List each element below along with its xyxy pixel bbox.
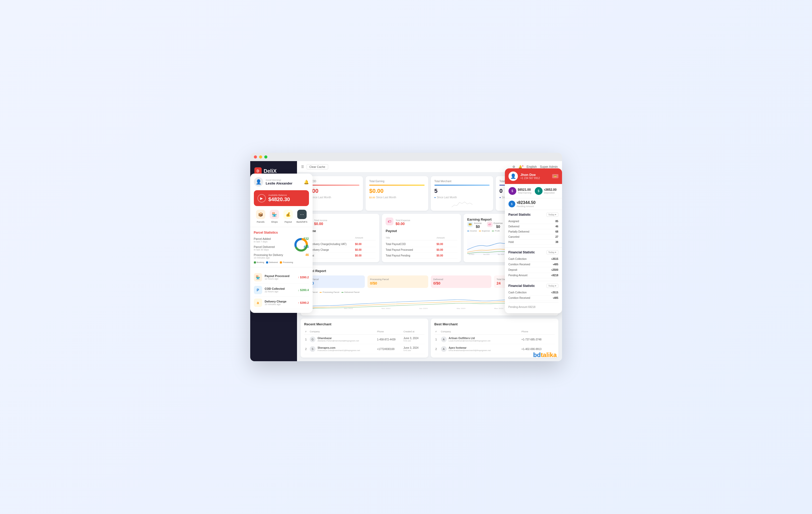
ps-label: Parcel Added: [254, 237, 271, 240]
svg-text:Nov 2023: Nov 2023: [498, 254, 504, 255]
total-expense-label: Total Expense: [396, 219, 410, 222]
talika-text: talika: [541, 351, 557, 358]
col-num: #: [304, 329, 309, 335]
rc-phone: +1 234 567 8912: [520, 177, 540, 179]
income-title: Income: [304, 229, 376, 233]
stat-bar: [434, 185, 490, 185]
stat-sub: $3.00 Since Last Month: [369, 196, 425, 199]
fin-row-deposit: Deposit ৳2500: [509, 267, 558, 273]
rc-card-icon: 💳: [552, 174, 558, 178]
stat-row-canceled: Canceled 27: [509, 234, 558, 239]
col-company: Company: [309, 329, 376, 335]
clear-cache-button[interactable]: Clear Cache: [307, 164, 328, 169]
user-avatar: 👤: [254, 177, 263, 187]
deposited-icon: $: [535, 187, 543, 195]
bank-qa-icon: ⋯: [297, 210, 307, 219]
user-menu[interactable]: Super Admin: [540, 165, 558, 169]
qa-payout[interactable]: 💰 Payout: [282, 210, 295, 223]
ps-sublabel: In last 7 days: [254, 240, 271, 243]
payout-item-icon: P: [254, 286, 262, 294]
stat-card-earning: Total Earning $0.00 $3.00 Since Last Mon…: [366, 176, 428, 211]
balance-info: Available Balance $4820.30: [268, 194, 290, 202]
fin-row-comition: Comition Received ৳485: [509, 262, 558, 267]
best-merchant-title: Best Merchant: [434, 322, 555, 326]
logo-text: DeliX: [264, 168, 277, 174]
recent-merchant-title: Recent Merchant: [304, 322, 425, 326]
payout-row-2: Total Payout Processed $0.00: [386, 247, 457, 253]
pr-stat-value: 0/$0: [433, 281, 489, 285]
payout-item-icon: a: [254, 298, 262, 307]
section-header: Financial Statistic Today ▾: [509, 250, 558, 254]
payout-row-3: Total Payout Pending $0.00: [386, 253, 457, 259]
parcel-stats-title: Parcel Statistics: [254, 231, 309, 234]
stat-row-delivered: Delivered 46: [509, 224, 558, 229]
quick-actions: 📦 Parcels 🏪 Shops 💰 Payout ⋯ Bank/MFS: [250, 210, 313, 227]
income-row-3: Total Vat $0.00: [304, 253, 376, 259]
total-income-value: $0.00: [314, 222, 327, 226]
table-row: 1 G Gharebazar Abelardo.Fisher@merchant@…: [304, 335, 425, 344]
pr-stat-new: New Parcel 0/$0: [304, 276, 365, 288]
close-dot[interactable]: [254, 155, 257, 159]
payout-amount: ↑ $390.2: [298, 301, 309, 304]
payout-qa-icon: 💰: [284, 210, 293, 219]
balance-arrow[interactable]: ▶: [258, 194, 266, 202]
section-header: Financial Statistic Today ▾: [509, 284, 558, 288]
rc-header: 👤 Jhon Doe +1 234 567 8912 💳: [505, 168, 562, 184]
stat-label: Total Earning: [369, 180, 425, 183]
stats-legend: Booking Delivered Processing: [254, 261, 309, 263]
balance-label: Available Balance: [268, 194, 290, 196]
merchant-avatar: G: [310, 337, 315, 342]
payout-amount: ↓ $280.4: [298, 288, 309, 291]
rc-earning-label: Total Earning: [518, 192, 532, 194]
pr-stat-value: 0/$0: [370, 281, 426, 285]
pending-amount: ৳92344.50: [517, 200, 536, 205]
pending-amount-label: Pending Amount 69218: [509, 303, 558, 311]
income-legend-dot: [467, 231, 469, 231]
parcel-stats-content: Parcel Added In last 7 days 532 Parcel D…: [254, 237, 309, 263]
qa-label: Shops: [271, 221, 278, 223]
profit-legend-dot: [492, 231, 494, 231]
lc-header: 👤 Good Morning! Leslie Alexander 🔔: [250, 174, 313, 190]
rc-avatar: 👤: [509, 172, 518, 181]
stat-label: Total Merchant: [434, 180, 490, 183]
settings-icon[interactable]: ⚙: [513, 165, 515, 169]
menu-icon[interactable]: ☰: [301, 165, 304, 169]
svg-text:Nov 2023: Nov 2023: [381, 308, 390, 309]
parcel-statistic-section: Parcel Statistic Today ▾ Assigned 85 Del…: [505, 210, 562, 248]
income-value: $0: [474, 225, 482, 229]
income-label: Income: [474, 222, 482, 225]
notification-bell[interactable]: 🔔: [304, 179, 309, 184]
income-row-2: Total Delivery Charge $0.00: [304, 247, 376, 253]
qa-bankmfs[interactable]: ⋯ Bank/MFS: [295, 210, 309, 223]
income-icon-small: 💳: [467, 221, 473, 227]
table-row: 2 S Sherapns.com Francesco.Cole@merchant…: [304, 344, 425, 354]
pr-stat-label: Processing Parcel: [370, 278, 426, 281]
merchant-avatar: S: [310, 346, 315, 352]
er-income: 💳 Income $0: [467, 221, 482, 230]
merchants-row: Recent Merchant # Company Phone Created …: [301, 319, 558, 358]
bd-text: bd: [533, 351, 541, 358]
financial-stat-title: Financial Statistic: [509, 251, 535, 254]
stat-card-merchant: Total Merchant 5 ● Since Last Month: [431, 176, 493, 211]
minimize-dot[interactable]: [259, 155, 262, 159]
language-selector[interactable]: English: [526, 165, 536, 169]
payout-icon: 🏷: [386, 218, 394, 225]
fin-row-cash: Cash Collection ৳3515: [509, 256, 558, 262]
section-header: Parcel Statistic Today ▾: [509, 212, 558, 217]
stat-row-hold: Hold 38: [509, 239, 558, 245]
qa-shops[interactable]: 🏪 Shops: [268, 210, 282, 223]
financial-stat-filter[interactable]: Today ▾: [546, 250, 558, 254]
stat-value: 5: [434, 188, 490, 194]
financial-stat2-filter[interactable]: Today ▾: [546, 284, 558, 288]
qa-parcels[interactable]: 📦 Parcels: [254, 210, 268, 223]
parcel-stat-filter[interactable]: Today ▾: [546, 212, 558, 217]
lc-user: 👤 Good Morning! Leslie Alexander: [254, 177, 293, 187]
pr-stat-label: New Parcel: [307, 278, 362, 281]
stat-row-assigned: Assigned 85: [509, 219, 558, 224]
fin2-row-comition: Comition Received ৳485: [509, 295, 558, 301]
table-header-row: # Company Phone Created at: [304, 329, 425, 335]
total-income-label: Total Income: [314, 219, 327, 222]
notification-icon[interactable]: 🔔●: [518, 165, 524, 169]
bdtalika-watermark: bdtalika: [533, 351, 557, 359]
maximize-dot[interactable]: [264, 155, 267, 159]
